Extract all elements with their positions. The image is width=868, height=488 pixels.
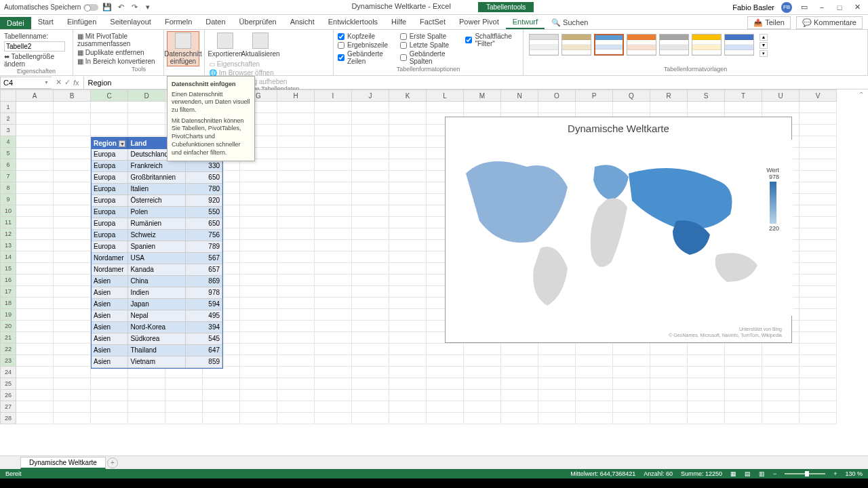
sheet-tab-active[interactable]: Dynamische Weltkarte: [20, 457, 106, 469]
cell[interactable]: [464, 355, 501, 367]
cell[interactable]: [240, 171, 277, 182]
row-header[interactable]: 1: [0, 102, 16, 113]
cell[interactable]: [128, 401, 165, 413]
cell[interactable]: [389, 251, 427, 263]
refresh-button[interactable]: Aktualisieren: [244, 33, 277, 58]
cell[interactable]: [352, 332, 389, 344]
add-sheet-button[interactable]: +: [107, 458, 118, 468]
cell[interactable]: [240, 401, 277, 413]
cell[interactable]: [800, 390, 837, 401]
cell[interactable]: [240, 378, 277, 390]
cell[interactable]: [128, 102, 165, 113]
cell[interactable]: [389, 228, 427, 240]
cell[interactable]: [576, 401, 613, 413]
cell[interactable]: [389, 125, 427, 136]
table-row[interactable]: AsienThailand647: [92, 345, 222, 357]
worksheet-grid[interactable]: ABCDEFGHIJKLMNOPQRSTUV 12345678910111213…: [0, 89, 868, 455]
cell[interactable]: [427, 378, 464, 390]
cell[interactable]: [16, 217, 54, 228]
tab-ansicht[interactable]: Ansicht: [283, 16, 321, 29]
cell[interactable]: [538, 378, 576, 390]
table-style-option[interactable]: [529, 34, 559, 56]
tab-hilfe[interactable]: Hilfe: [384, 16, 413, 29]
cell[interactable]: [277, 309, 315, 321]
select-all-corner[interactable]: [0, 89, 16, 102]
cell[interactable]: [688, 102, 725, 113]
cell[interactable]: [165, 390, 203, 401]
cell[interactable]: [501, 344, 538, 355]
cell[interactable]: [800, 182, 837, 194]
cell[interactable]: [352, 401, 389, 413]
row-header[interactable]: 22: [0, 344, 16, 355]
row-header[interactable]: 12: [0, 228, 16, 240]
cell[interactable]: [16, 332, 54, 344]
cell[interactable]: [315, 240, 352, 251]
row-header[interactable]: 10: [0, 205, 16, 217]
column-header[interactable]: T: [725, 89, 762, 102]
view-layout-icon[interactable]: ▤: [745, 470, 751, 477]
cell[interactable]: [352, 274, 389, 286]
table-style-gallery[interactable]: ▲ ▼ ▾: [528, 33, 863, 58]
column-header[interactable]: U: [762, 89, 800, 102]
cell[interactable]: [538, 344, 576, 355]
cell[interactable]: [688, 390, 725, 401]
cell[interactable]: [91, 113, 128, 125]
column-header[interactable]: K: [389, 89, 427, 102]
cell[interactable]: [800, 286, 837, 298]
column-header[interactable]: H: [277, 89, 315, 102]
cell[interactable]: [16, 309, 54, 321]
cell[interactable]: [352, 251, 389, 263]
cell[interactable]: [688, 401, 725, 413]
cell[interactable]: [800, 298, 837, 309]
total-row-checkbox[interactable]: Ergebniszeile: [338, 41, 389, 49]
table-row[interactable]: NordamerKanada657: [92, 264, 222, 276]
export-button[interactable]: Exportieren: [209, 33, 241, 58]
cell[interactable]: [277, 136, 315, 148]
cell[interactable]: [538, 355, 576, 367]
cell[interactable]: [54, 309, 91, 321]
cell[interactable]: [389, 205, 427, 217]
row-header[interactable]: 13: [0, 240, 16, 251]
cell[interactable]: [389, 309, 427, 321]
cell[interactable]: [240, 413, 277, 424]
column-header[interactable]: V: [800, 89, 837, 102]
cell[interactable]: [800, 217, 837, 228]
map-chart[interactable]: Dynamische Weltkarte Wert: [445, 117, 792, 343]
row-header[interactable]: 16: [0, 274, 16, 286]
cell[interactable]: [576, 413, 613, 424]
table-row[interactable]: AsienChina869: [92, 276, 222, 287]
cell[interactable]: [800, 205, 837, 217]
cell[interactable]: [16, 125, 54, 136]
cell[interactable]: [277, 378, 315, 390]
row-header[interactable]: 28: [0, 413, 16, 424]
cell[interactable]: [800, 321, 837, 332]
tab-power pivot[interactable]: Power Pivot: [452, 16, 506, 29]
row-header[interactable]: 15: [0, 263, 16, 274]
cell[interactable]: [389, 274, 427, 286]
cell[interactable]: [800, 263, 837, 274]
cell[interactable]: [315, 136, 352, 148]
data-table[interactable]: Region▼ Land▼ Wert▼ EuropaDeutschland220…: [91, 137, 223, 369]
cell[interactable]: [352, 113, 389, 125]
cell[interactable]: [240, 263, 277, 274]
cell[interactable]: [54, 182, 91, 194]
cell[interactable]: [315, 274, 352, 286]
cell[interactable]: [277, 332, 315, 344]
cell[interactable]: [762, 378, 800, 390]
cell[interactable]: [315, 125, 352, 136]
cell[interactable]: [650, 355, 688, 367]
cell[interactable]: [688, 378, 725, 390]
cell[interactable]: [352, 309, 389, 321]
tab-factset[interactable]: FactSet: [413, 16, 452, 29]
cell[interactable]: [315, 309, 352, 321]
cell[interactable]: [91, 125, 128, 136]
cell[interactable]: [352, 321, 389, 332]
cell[interactable]: [464, 413, 501, 424]
cell[interactable]: [128, 378, 165, 390]
cell[interactable]: [240, 182, 277, 194]
cell[interactable]: [576, 355, 613, 367]
cell[interactable]: [389, 378, 427, 390]
cell[interactable]: [389, 148, 427, 159]
row-header[interactable]: 7: [0, 171, 16, 182]
cell[interactable]: [538, 102, 576, 113]
